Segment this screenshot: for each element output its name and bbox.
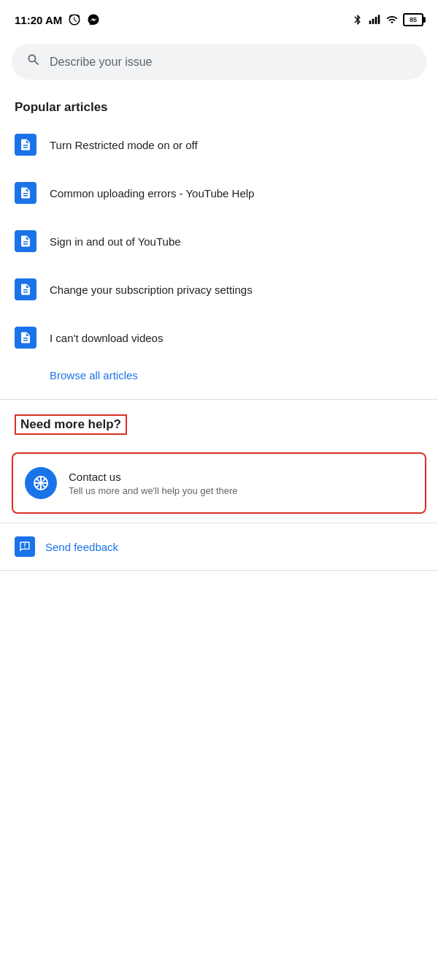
contact-text-group: Contact us Tell us more and we'll help y… [69,471,238,496]
contact-card-title: Contact us [69,471,238,483]
contact-card[interactable]: Contact us Tell us more and we'll help y… [12,452,426,514]
article-text-4: Change your subscription privacy setting… [50,282,253,297]
article-text-2: Common uploading errors - YouTube Help [50,186,254,201]
article-text-3: Sign in and out of YouTube [50,234,181,249]
need-help-title: Need more help? [15,414,127,435]
popular-articles-title: Popular articles [0,91,438,121]
article-doc-icon-1 [15,134,36,156]
alarm-icon [68,13,81,26]
contact-card-wrap: Contact us Tell us more and we'll help y… [0,444,438,523]
article-item[interactable]: Sign in and out of YouTube [0,217,438,265]
status-right: 85 [352,13,423,26]
wifi-icon [385,14,399,26]
article-text-5: I can't download videos [50,330,163,346]
signal-icon [368,14,381,26]
search-icon [26,53,41,71]
status-bar: 11:20 AM 85 [0,0,438,38]
feedback-icon [15,536,35,557]
article-item[interactable]: Common uploading errors - YouTube Help [0,169,438,217]
article-doc-icon-3 [15,230,36,252]
svg-line-11 [43,485,46,488]
svg-rect-0 [369,20,372,24]
feedback-row[interactable]: Send feedback [0,523,438,570]
svg-line-10 [36,479,39,482]
svg-point-5 [39,481,43,485]
article-text-1: Turn Restricted mode on or off [50,137,198,153]
battery-indicator: 85 [403,13,423,26]
contact-us-icon [25,467,57,499]
browse-all-link[interactable]: Browse all articles [0,362,438,399]
article-item[interactable]: I can't download videos [0,314,438,362]
divider-bottom [0,570,438,571]
svg-rect-2 [375,17,377,24]
status-left: 11:20 AM [15,13,100,26]
article-doc-icon-4 [15,278,36,300]
time-display: 11:20 AM [15,14,62,26]
messenger-icon [87,13,100,26]
need-more-help-section: Need more help? [0,400,438,444]
article-list: Turn Restricted mode on or off Common up… [0,121,438,362]
search-container: Describe your issue [0,38,438,91]
svg-line-12 [43,479,46,482]
search-bar[interactable]: Describe your issue [12,44,426,80]
article-doc-icon-2 [15,182,36,204]
bluetooth-icon [352,14,364,26]
article-item[interactable]: Change your subscription privacy setting… [0,265,438,314]
article-item[interactable]: Turn Restricted mode on or off [0,121,438,169]
svg-rect-3 [378,15,380,24]
contact-card-subtitle: Tell us more and we'll help you get ther… [69,485,238,496]
svg-rect-1 [372,19,374,24]
send-feedback-text: Send feedback [45,541,118,553]
svg-line-13 [36,485,39,488]
search-placeholder-text: Describe your issue [50,56,153,69]
article-doc-icon-5 [15,327,36,349]
